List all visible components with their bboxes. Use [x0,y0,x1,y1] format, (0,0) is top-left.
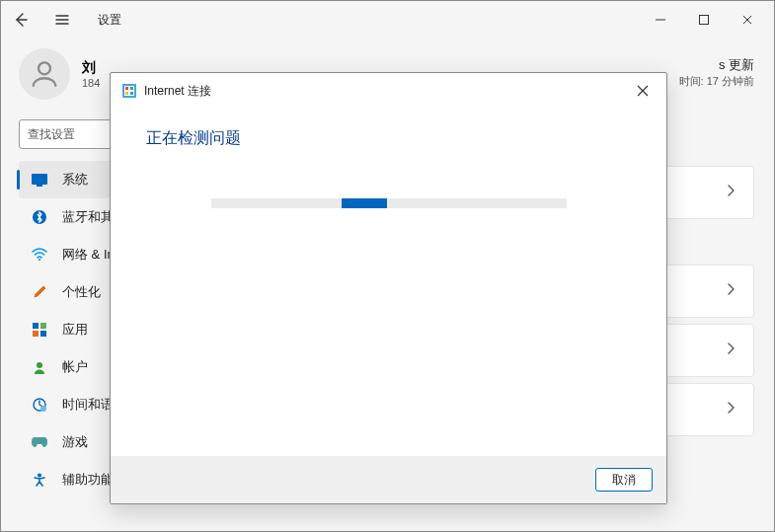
close-icon [741,14,753,26]
dialog-heading: 正在检测问题 [146,128,631,149]
svg-rect-8 [33,331,39,337]
nav-label: 辅助功能 [62,471,114,489]
svg-rect-9 [40,331,46,337]
dialog-title: Internet 连接 [144,83,211,100]
nav-label: 网络 & In [62,246,115,264]
nav-label: 蓝牙和其 [62,208,114,226]
close-icon [637,85,649,97]
svg-rect-6 [33,323,39,329]
window-controls [652,11,766,29]
chevron-right-icon [726,184,736,201]
svg-point-13 [38,474,41,478]
dialog-body: 正在检测问题 [111,109,666,456]
svg-rect-18 [125,92,128,95]
chevron-right-icon [726,282,736,300]
svg-point-10 [37,362,42,368]
titlebar-left: 设置 [9,8,121,32]
user-icon [28,57,61,91]
svg-rect-3 [37,185,42,187]
system-icon [31,171,48,189]
maximize-icon [698,14,710,26]
maximize-button[interactable] [695,11,713,29]
wifi-icon [31,246,48,264]
svg-rect-16 [125,87,128,90]
dialog-header: Internet 连接 [111,73,666,109]
minimize-icon [655,14,666,26]
nav-label: 游戏 [62,433,88,451]
nav-label: 帐户 [62,358,88,376]
close-button[interactable] [738,11,756,29]
gamepad-icon [31,433,48,451]
bluetooth-icon [31,208,48,226]
account-icon [31,358,48,376]
clock-icon [31,396,48,414]
titlebar: 设置 [1,1,774,38]
svg-rect-2 [32,174,47,185]
svg-rect-0 [700,16,709,25]
dialog-footer: 取消 [111,456,666,503]
arrow-left-icon [13,12,29,28]
diagnostic-icon [122,84,136,98]
nav-label: 时间和语 [62,396,114,414]
update-subtitle: 时间: 17 分钟前 [679,74,754,89]
back-button[interactable] [9,8,33,32]
window-title: 设置 [98,12,121,29]
svg-point-5 [39,259,40,261]
avatar [19,48,70,100]
svg-point-12 [40,406,46,412]
svg-rect-7 [40,323,46,329]
svg-rect-19 [130,92,133,95]
minimize-button[interactable] [652,11,669,29]
svg-point-1 [39,62,50,74]
troubleshoot-dialog: Internet 连接 正在检测问题 取消 [110,72,667,504]
chevron-right-icon [726,342,736,359]
nav-label: 应用 [62,321,88,339]
nav-label: 系统 [62,171,88,189]
brush-icon [31,283,48,301]
user-detail: 184 [82,77,100,89]
nav-label: 个性化 [62,283,101,301]
hamburger-icon [54,12,70,28]
svg-rect-17 [130,87,133,90]
search-placeholder: 查找设置 [28,126,75,143]
user-info: 刘 184 [82,59,100,89]
user-name: 刘 [82,59,100,77]
progress-fill [342,198,387,208]
chevron-right-icon [726,401,736,418]
cancel-button[interactable]: 取消 [595,468,653,492]
dialog-close-button[interactable] [631,79,655,103]
update-info: s 更新 时间: 17 分钟前 [679,56,754,89]
progress-bar [211,198,567,208]
apps-icon [31,321,48,339]
update-title: s 更新 [679,56,754,74]
menu-button[interactable] [50,8,74,32]
accessibility-icon [31,471,48,489]
